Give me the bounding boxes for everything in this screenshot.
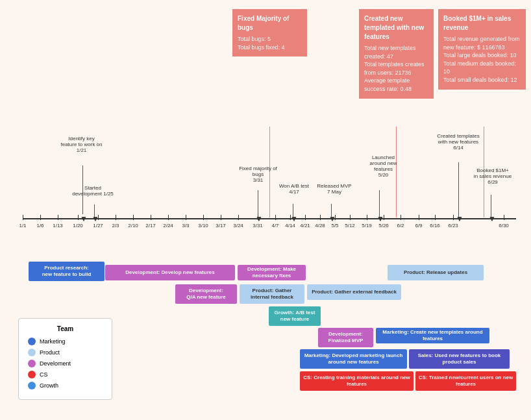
legend-dot-development [28, 360, 36, 367]
legend-item-product: Product [28, 349, 103, 356]
timeline-date-label: 6/23 [445, 223, 461, 229]
timeline-date-label: 4/28 [312, 223, 328, 229]
milestone-label-4: Won A/B test4/17 [275, 183, 313, 195]
timeline-tick [367, 215, 367, 220]
legend-item-marketing: Marketing [28, 338, 103, 345]
timeline-tick [186, 215, 186, 220]
timeline-date-label: 3/10 [195, 223, 211, 229]
milestone-label-8: Booked $1M+in sales revenue6/29 [470, 167, 515, 185]
timeline-date-label: 6/30 [496, 223, 512, 229]
legend-label-cs: CS [40, 371, 48, 378]
legend-label-product: Product [40, 349, 60, 356]
timeline-tick [168, 215, 169, 220]
bar-sales: Sales: Used new features to book product… [409, 349, 510, 369]
timeline-tick [203, 215, 204, 220]
bar-product-external-feedback: Product: Gather external feedback [307, 284, 401, 300]
legend: Team Marketing Product Develoment CS Gro… [18, 318, 112, 400]
timeline-tick [435, 215, 436, 220]
timeline-tick [40, 215, 41, 220]
timeline-date-label: 4/7 [267, 223, 283, 229]
timeline-date-label: 1/1 [15, 223, 31, 229]
timeline-tick [504, 215, 504, 220]
timeline-date-label: 1/20 [70, 223, 86, 229]
bar-dev-develop: Development: Develop new features [105, 265, 235, 280]
legend-item-development: Develoment [28, 360, 103, 367]
timeline-date-label: 3/24 [230, 223, 246, 229]
milestone-card-revenue: Booked $1M+ in sales revenue Total reven… [438, 9, 526, 90]
timeline-tick [258, 215, 258, 220]
milestone-label-3: Fixed majority of bugs3/31 [234, 166, 282, 183]
timeline-date-label: 5/12 [342, 223, 358, 229]
milestone-line-7 [458, 162, 459, 217]
milestone-card-bugs: Fixed Majority of bugs Total bugs: 5Tota… [232, 9, 307, 56]
timeline-date-label: 2/17 [143, 223, 158, 229]
legend-label-development: Develoment [40, 360, 71, 367]
card-revenue-body: Total revenue generated from new feature… [443, 35, 521, 84]
card-templates-body: Total new templates created: 47Total tem… [364, 44, 428, 93]
timeline-date-label: 5/26 [376, 223, 391, 229]
timeline-date-label: 6/9 [411, 223, 426, 229]
timeline-tick [401, 215, 401, 220]
timeline-line [23, 218, 516, 219]
timeline-date-label: 6/16 [427, 223, 443, 229]
bar-product-research: Product research:new feature to build [29, 262, 105, 281]
timeline-tick [151, 215, 151, 220]
milestone-card-templates: Created new templated with new features … [359, 9, 434, 99]
bar-cs-training: CS: Creating training materials around n… [300, 371, 414, 391]
timeline-date-label: 2/24 [160, 223, 176, 229]
timeline-date-label: 1/6 [32, 223, 48, 229]
timeline-tick [275, 215, 276, 220]
bar-dev-qa: Development:Q/A new feature [175, 284, 237, 304]
bar-growth-abtest: Growth: A/B testnew feature [269, 306, 321, 326]
timeline-tick [238, 215, 239, 220]
timeline-tick [384, 215, 384, 220]
bar-dev-mvp: Development:Finalized MVP [318, 328, 373, 347]
milestone-line-6 [379, 190, 380, 217]
card-revenue-title: Booked $1M+ in sales revenue [443, 14, 521, 32]
timeline-tick [320, 215, 321, 220]
timeline-date-label: 1/27 [90, 223, 106, 229]
timeline-tick [305, 215, 306, 220]
legend-item-growth: Growth [28, 382, 103, 389]
card-bugs-title: Fixed Majority of bugs [238, 14, 302, 32]
timeline-tick [58, 215, 58, 220]
milestone-line-3 [258, 190, 258, 217]
timeline-date-label: 3/3 [178, 223, 193, 229]
timeline-tick [335, 215, 336, 220]
timeline-tick [453, 215, 454, 220]
milestone-label-1: Identify keyfeature to work on1/21 [57, 136, 106, 153]
legend-item-cs: CS [28, 371, 103, 378]
bar-marketing-templates: Marketing: Create new templates around f… [376, 328, 489, 343]
legend-label-marketing: Marketing [40, 338, 66, 345]
timeline-tick [419, 215, 419, 220]
legend-title: Team [28, 325, 103, 332]
timeline-date-label: 6/2 [393, 223, 408, 229]
legend-dot-growth [28, 382, 36, 389]
legend-dot-marketing [28, 338, 36, 345]
timeline-date-label: 4/21 [297, 223, 313, 229]
milestone-label-7: Created templateswith new features6/14 [432, 133, 484, 151]
timeline-tick [350, 215, 351, 220]
timeline-date-label: 5/19 [359, 223, 375, 229]
timeline-tick [221, 215, 221, 220]
timeline-tick [133, 215, 134, 220]
bar-marketing-launch: Marketing: Developed marketing launch ar… [300, 349, 407, 369]
timeline-tick [23, 215, 23, 220]
timeline-tick [116, 215, 116, 220]
card-templates-title: Created new templated with new features [364, 14, 428, 42]
card-bugs-body: Total bugs: 5Total bugs fixed: 4 [238, 35, 302, 51]
timeline-tick [98, 215, 99, 220]
timeline-date-label: 3/31 [250, 223, 266, 229]
milestone-label-6: Launchedaround newfeatures5/20 [362, 154, 404, 178]
bar-cs-trained: CS: Trained new/current users on new fea… [415, 371, 516, 391]
timeline-date-label: 1/13 [50, 223, 66, 229]
timeline-date-label: 4/14 [282, 223, 298, 229]
legend-dot-product [28, 349, 36, 356]
milestone-label-5: Released MVP7 May [315, 183, 354, 195]
timeline-tick [290, 215, 291, 220]
bar-product-release: Product: Release updates [388, 265, 484, 280]
main-container: Fixed Majority of bugs Total bugs: 5Tota… [0, 0, 531, 420]
legend-label-growth: Growth [40, 382, 58, 389]
legend-dot-cs [28, 371, 36, 378]
timeline-date-label: 2/3 [108, 223, 123, 229]
